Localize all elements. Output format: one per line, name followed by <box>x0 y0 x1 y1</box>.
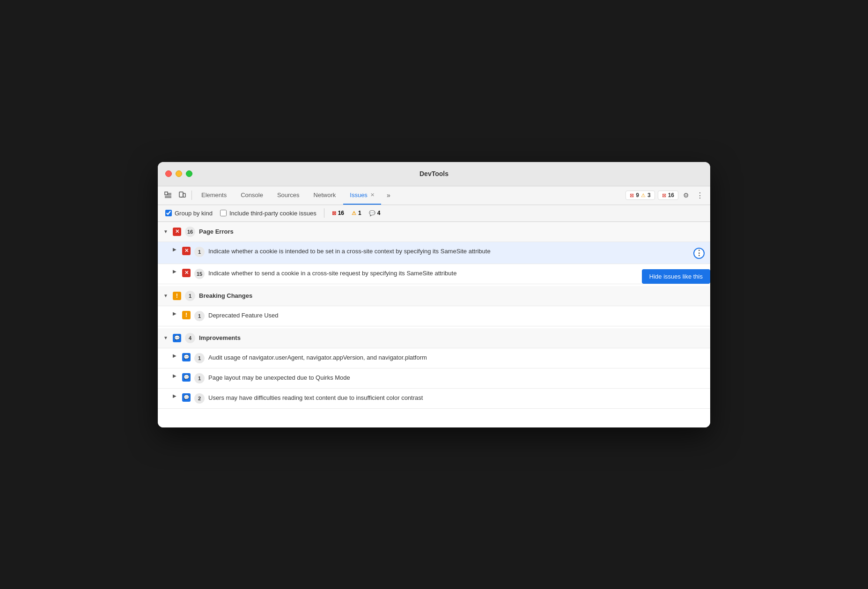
toolbar-divider-1 <box>191 191 192 200</box>
settings-button[interactable]: ⚙ <box>679 189 692 202</box>
warning-icon: ⚠ <box>641 192 646 199</box>
svg-rect-0 <box>165 192 168 195</box>
section-page-errors-header[interactable]: ▼ ✕ 16 Page Errors <box>158 222 710 242</box>
sec-warning-icon: ⚠ <box>352 210 356 216</box>
error-icon: ⊠ <box>630 192 634 199</box>
page-errors-title: Page Errors <box>199 228 234 235</box>
sec-info-count: 4 <box>377 210 381 216</box>
issue-1-text: Indicate whether a cookie is intended to… <box>208 247 690 256</box>
tab-sources[interactable]: Sources <box>271 186 306 205</box>
issue-6-count: 2 <box>194 393 205 404</box>
issue-5-count: 1 <box>194 373 205 383</box>
third-party-label[interactable]: Include third-party cookie issues <box>220 210 316 217</box>
group-by-kind-text: Group by kind <box>175 210 213 217</box>
hide-issues-menu-item[interactable]: Hide issues like this <box>642 269 710 284</box>
sec-info-icon: 💬 <box>369 210 375 216</box>
group-by-kind-label[interactable]: Group by kind <box>165 210 213 217</box>
more-tabs-button[interactable]: » <box>382 189 395 202</box>
issues-content: ▼ ✕ 16 Page Errors ▶ ✕ 1 Indicate whethe… <box>158 222 710 427</box>
breaking-changes-title: Breaking Changes <box>199 292 252 299</box>
main-toolbar: Elements Console Sources Network Issues … <box>158 186 710 205</box>
close-button[interactable] <box>165 170 172 177</box>
issue-2-icon: ✕ <box>182 269 191 277</box>
sec-warning-count: 1 <box>358 210 361 216</box>
section-improvements-header[interactable]: ▼ 💬 4 Improvements <box>158 328 710 348</box>
issue-5-chevron: ▶ <box>173 373 178 378</box>
issue-1-count: 1 <box>194 247 205 257</box>
tab-issues[interactable]: Issues ✕ <box>343 186 381 205</box>
error-count: 9 <box>636 192 639 199</box>
sec-error-badge: ⊠ 16 <box>332 210 344 216</box>
issue-6-text: Users may have difficulties reading text… <box>208 393 705 403</box>
tab-console[interactable]: Console <box>234 186 270 205</box>
issue-cookie-samesite-1[interactable]: ▶ ✕ 1 Indicate whether a cookie is inten… <box>158 242 710 264</box>
combined-error-icon: ⊠ <box>662 192 666 199</box>
inspect-element-button[interactable] <box>162 189 175 202</box>
issue-quirks-mode[interactable]: ▶ 💬 1 Page layout may be unexpected due … <box>158 368 710 389</box>
combined-badge[interactable]: ⊠ 16 <box>658 191 678 200</box>
issue-color-contrast[interactable]: ▶ 💬 2 Users may have difficulties readin… <box>158 389 710 409</box>
issue-2-text: Indicate whether to send a cookie in a c… <box>208 269 705 278</box>
window-title: DevTools <box>419 170 449 177</box>
issue-4-chevron: ▶ <box>173 353 178 358</box>
issue-1-icon: ✕ <box>182 247 191 255</box>
issue-cookie-samesite-2[interactable]: ▶ ✕ 15 Indicate whether to send a cookie… <box>158 264 710 284</box>
breaking-changes-count: 1 <box>185 291 195 301</box>
issue-5-icon: 💬 <box>182 373 191 382</box>
issue-6-chevron: ▶ <box>173 393 178 398</box>
issue-3-text: Deprecated Feature Used <box>208 311 705 320</box>
maximize-button[interactable] <box>186 170 192 177</box>
issue-3-chevron: ▶ <box>173 311 178 316</box>
improvements-chevron: ▼ <box>163 335 169 340</box>
warning-count: 3 <box>647 192 651 199</box>
improvements-icon: 💬 <box>173 334 181 342</box>
issue-3-count: 1 <box>194 311 205 321</box>
sec-info-badge: 💬 4 <box>369 210 381 216</box>
error-count-badge[interactable]: ⊠ 9 ⚠ 3 <box>625 191 655 200</box>
breaking-changes-chevron: ▼ <box>163 293 169 298</box>
combined-count: 16 <box>668 192 674 199</box>
third-party-text: Include third-party cookie issues <box>229 210 316 217</box>
titlebar: DevTools <box>158 162 710 186</box>
issue-3-icon: ! <box>182 311 191 319</box>
issue-navigator-audit[interactable]: ▶ 💬 1 Audit usage of navigator.userAgent… <box>158 348 710 368</box>
page-errors-count: 16 <box>185 227 195 237</box>
sec-error-icon: ⊠ <box>332 210 336 216</box>
device-toolbar-button[interactable] <box>176 189 189 202</box>
section-breaking-changes-header[interactable]: ▼ ! 1 Breaking Changes <box>158 286 710 306</box>
issue-deprecated-feature[interactable]: ▶ ! 1 Deprecated Feature Used <box>158 306 710 326</box>
issue-4-icon: 💬 <box>182 353 191 361</box>
tab-elements[interactable]: Elements <box>195 186 233 205</box>
issue-2-chevron: ▶ <box>173 269 178 274</box>
more-options-button[interactable]: ⋮ <box>693 189 706 202</box>
issue-5-text: Page layout may be unexpected due to Qui… <box>208 373 705 383</box>
improvements-title: Improvements <box>199 334 241 341</box>
issue-2-count: 15 <box>194 269 205 279</box>
tab-issues-close[interactable]: ✕ <box>370 192 375 198</box>
page-errors-chevron: ▼ <box>163 229 169 234</box>
page-errors-icon: ✕ <box>173 228 181 236</box>
issue-1-chevron: ▶ <box>173 247 178 252</box>
breaking-changes-icon: ! <box>173 292 181 300</box>
secondary-toolbar: Group by kind Include third-party cookie… <box>158 205 710 222</box>
issue-1-more-button[interactable]: ⋮ <box>693 248 705 259</box>
sec-error-count: 16 <box>338 210 344 216</box>
issue-6-icon: 💬 <box>182 393 191 402</box>
minimize-button[interactable] <box>176 170 182 177</box>
issue-4-text: Audit usage of navigator.userAgent, navi… <box>208 353 705 362</box>
devtools-window: DevTools Elements Console Sources Networ… <box>158 162 710 427</box>
svg-rect-6 <box>183 193 185 197</box>
tab-network[interactable]: Network <box>307 186 343 205</box>
traffic-lights <box>165 170 192 177</box>
improvements-count: 4 <box>185 333 195 343</box>
third-party-checkbox[interactable] <box>220 210 227 216</box>
bottom-spacer <box>158 409 710 427</box>
svg-rect-5 <box>179 192 183 197</box>
group-by-kind-checkbox[interactable] <box>165 210 172 216</box>
issue-4-count: 1 <box>194 353 205 363</box>
secondary-divider <box>324 208 324 218</box>
sec-warning-badge: ⚠ 1 <box>352 210 361 216</box>
